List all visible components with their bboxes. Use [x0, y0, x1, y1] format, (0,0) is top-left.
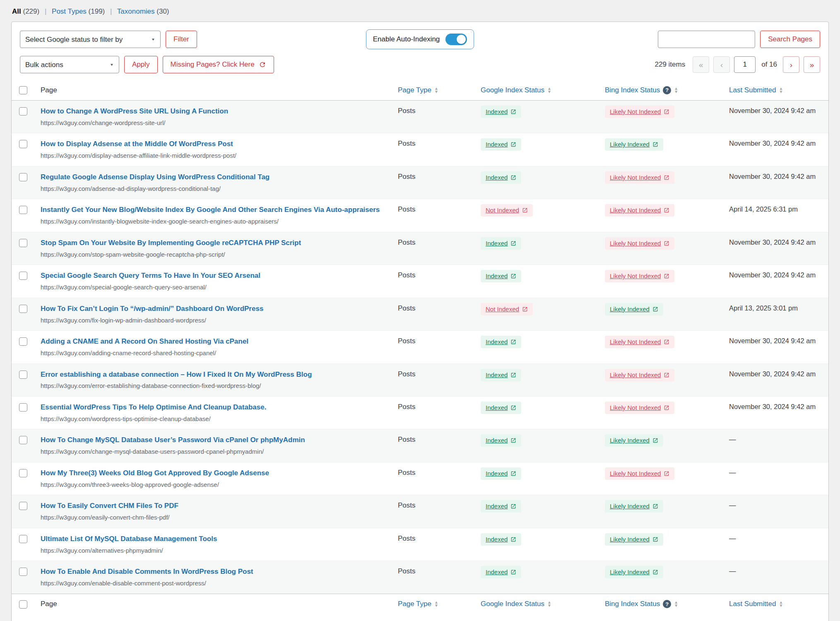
column-header-google-status[interactable]: Google Index Status — [481, 86, 551, 94]
bulk-actions-select[interactable]: Bulk actions — [20, 56, 119, 73]
page-title-link[interactable]: Special Google Search Query Terms To Hav… — [41, 271, 260, 281]
google-index-status-badge[interactable]: Not Indexed — [481, 303, 533, 315]
current-page-input[interactable] — [734, 56, 756, 73]
filter-button[interactable]: Filter — [166, 31, 197, 48]
row-checkbox[interactable] — [19, 107, 27, 116]
last-submitted-cell: November 30, 2024 9:42 am — [724, 363, 828, 396]
bing-index-status-badge[interactable]: Likely Not Indexed — [605, 467, 674, 480]
row-checkbox[interactable] — [19, 173, 27, 181]
sort-icon — [674, 87, 678, 94]
tablenav-top: Bulk actions Apply Missing Pages? Click … — [12, 55, 828, 80]
bing-index-status-badge[interactable]: Likely Not Indexed — [605, 402, 674, 414]
column-header-google-status[interactable]: Google Index Status — [481, 600, 551, 608]
row-checkbox[interactable] — [19, 469, 27, 477]
bing-index-status-badge[interactable]: Likely Indexed — [605, 138, 663, 151]
page-title-link[interactable]: Essential WordPress Tips To Help Optimis… — [41, 403, 266, 412]
google-index-status-badge[interactable]: Indexed — [481, 467, 521, 480]
row-checkbox[interactable] — [19, 502, 27, 510]
page-title-link[interactable]: Instantly Get Your New Blog/Website Inde… — [41, 205, 380, 215]
page-title-link[interactable]: How To Easily Convert CHM Files To PDF — [41, 501, 178, 511]
page-title-link[interactable]: Regulate Google Adsense Display Using Wo… — [41, 173, 270, 182]
google-index-status-badge[interactable]: Indexed — [481, 270, 521, 282]
view-taxonomies[interactable]: Taxonomies — [117, 7, 155, 15]
google-index-status-badge[interactable]: Indexed — [481, 106, 521, 118]
google-index-status-badge[interactable]: Indexed — [481, 336, 521, 348]
google-index-status-badge[interactable]: Indexed — [481, 138, 521, 151]
last-page-button[interactable]: » — [804, 56, 820, 73]
bing-index-status-badge[interactable]: Likely Not Indexed — [605, 336, 674, 348]
page-title-link[interactable]: How To Enable And Disable Comments In Wo… — [41, 567, 253, 577]
bing-index-status-badge[interactable]: Likely Not Indexed — [605, 369, 674, 381]
row-checkbox[interactable] — [19, 305, 27, 313]
row-checkbox[interactable] — [19, 206, 27, 214]
bing-index-status-badge[interactable]: Likely Indexed — [605, 303, 663, 315]
bing-index-status-badge[interactable]: Likely Not Indexed — [605, 106, 674, 118]
table-row: Stop Spam On Your Website By Implementin… — [12, 232, 828, 265]
help-icon[interactable]: ? — [663, 86, 671, 94]
page-title-link[interactable]: Stop Spam On Your Website By Implementin… — [41, 238, 301, 248]
column-header-page-type[interactable]: Page Type — [398, 600, 438, 608]
page-title-link[interactable]: How My Three(3) Weeks Old Blog Got Appro… — [41, 469, 269, 478]
row-checkbox[interactable] — [19, 140, 27, 148]
page-title-link[interactable]: Error establishing a database connection… — [41, 370, 312, 380]
row-checkbox[interactable] — [19, 568, 27, 576]
page-type-cell: Posts — [393, 528, 476, 561]
search-input[interactable] — [658, 31, 755, 48]
google-index-status-badge[interactable]: Indexed — [481, 237, 521, 250]
external-link-icon — [510, 273, 516, 279]
page-title-link[interactable]: How to Display Adsense at the Middle Of … — [41, 140, 233, 149]
select-all-checkbox[interactable] — [19, 86, 27, 94]
google-index-status-badge[interactable]: Indexed — [481, 402, 521, 414]
row-checkbox[interactable] — [19, 272, 27, 280]
google-index-status-badge[interactable]: Indexed — [481, 500, 521, 513]
row-checkbox[interactable] — [19, 371, 27, 379]
bing-index-status-badge[interactable]: Likely Indexed — [605, 566, 663, 578]
apply-button[interactable]: Apply — [124, 56, 158, 73]
column-header-last-submitted[interactable]: Last Submitted — [729, 600, 783, 608]
auto-indexing-control[interactable]: Enable Auto-Indexing — [366, 29, 474, 49]
google-index-status-badge[interactable]: Indexed — [481, 369, 521, 381]
page-url: https://w3guy.com/wordpress-tips-optimis… — [41, 415, 388, 423]
row-checkbox[interactable] — [19, 403, 27, 412]
bing-index-status-badge[interactable]: Likely Indexed — [605, 500, 663, 513]
auto-indexing-toggle[interactable] — [445, 34, 467, 45]
row-checkbox[interactable] — [19, 535, 27, 543]
next-page-button[interactable]: › — [783, 56, 799, 73]
bing-index-status-badge[interactable]: Likely Not Indexed — [605, 270, 674, 282]
google-status-filter-select[interactable]: Select Google status to filter by — [20, 31, 161, 48]
external-link-icon — [664, 471, 669, 477]
google-index-status-badge[interactable]: Indexed — [481, 434, 521, 447]
view-post-types[interactable]: Post Types — [52, 7, 87, 15]
column-header-page-type[interactable]: Page Type — [398, 86, 438, 94]
missing-pages-button[interactable]: Missing Pages? Click Here — [163, 56, 274, 73]
help-icon[interactable]: ? — [663, 600, 671, 608]
page-title-link[interactable]: Ultimate List Of MySQL Database Manageme… — [41, 534, 217, 544]
page-url: https://w3guy.com/alternatives-phpmyadmi… — [41, 546, 388, 555]
select-all-checkbox[interactable] — [19, 600, 27, 609]
bing-index-status-badge[interactable]: Likely Indexed — [605, 434, 663, 447]
google-index-status-badge[interactable]: Indexed — [481, 533, 521, 546]
column-header-bing-status[interactable]: Bing Index Status? — [605, 86, 678, 94]
pages-table: Page Page Type Google Index Status Bing … — [12, 80, 828, 614]
page-title-link[interactable]: How To Fix Can’t Login To “/wp-admin/” D… — [41, 304, 263, 314]
page-title-link[interactable]: How to Change A WordPress Site URL Using… — [41, 107, 228, 116]
row-checkbox[interactable] — [19, 436, 27, 444]
google-index-status-badge[interactable]: Indexed — [481, 566, 521, 578]
column-header-last-submitted[interactable]: Last Submitted — [729, 86, 783, 94]
row-checkbox[interactable] — [19, 337, 27, 346]
page-title-link[interactable]: Adding a CNAME and A Record On Shared Ho… — [41, 337, 248, 347]
bing-index-status-badge[interactable]: Likely Not Indexed — [605, 171, 674, 184]
bing-index-status-badge[interactable]: Likely Indexed — [605, 533, 663, 546]
external-link-icon — [664, 207, 669, 213]
search-pages-button[interactable]: Search Pages — [760, 31, 820, 48]
bing-index-status-badge[interactable]: Likely Not Indexed — [605, 237, 674, 250]
google-index-status-badge[interactable]: Not Indexed — [481, 204, 533, 217]
bing-index-status-badge[interactable]: Likely Not Indexed — [605, 204, 674, 217]
column-header-bing-status[interactable]: Bing Index Status? — [605, 600, 678, 608]
view-all[interactable]: All (229) — [12, 7, 39, 15]
google-index-status-badge[interactable]: Indexed — [481, 171, 521, 184]
page-type-cell: Posts — [393, 495, 476, 528]
page-title-link[interactable]: How To Change MySQL Database User’s Pass… — [41, 436, 305, 445]
sort-icon — [547, 601, 551, 607]
row-checkbox[interactable] — [19, 239, 27, 247]
